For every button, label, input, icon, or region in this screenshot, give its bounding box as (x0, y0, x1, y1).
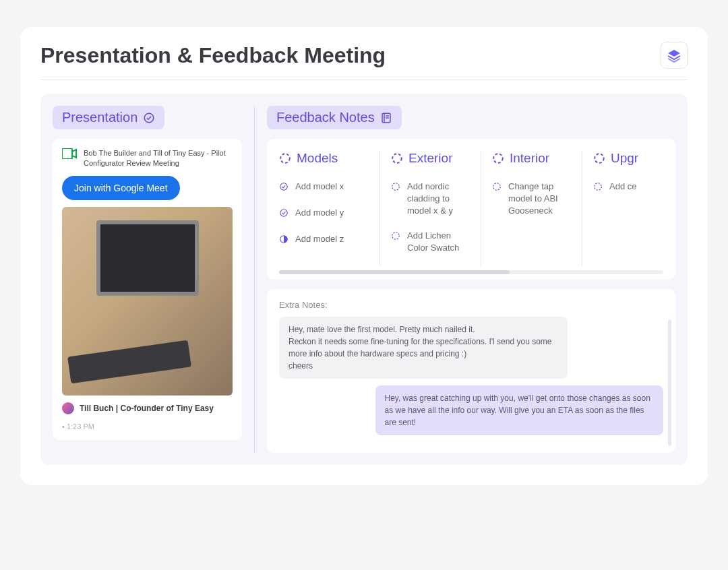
svg-rect-1 (62, 148, 72, 159)
svg-point-8 (280, 210, 288, 217)
dashed-circle-icon (593, 181, 603, 195)
task-text: Change tap model to ABI Gooseneck (508, 181, 571, 218)
column-header: Interior (492, 151, 571, 166)
dashed-circle-icon (492, 152, 504, 164)
svg-point-10 (392, 154, 402, 163)
notes-icon (380, 112, 392, 124)
dashed-circle-icon (279, 152, 291, 164)
meeting-header: Bob The Builder and Till of Tiny Easy - … (62, 148, 233, 169)
pill-label: Feedback Notes (276, 110, 375, 125)
column-header: Upgr (593, 151, 673, 166)
main-card: Presentation & Feedback Meeting Presenta… (20, 27, 708, 485)
feedback-column: Feedback Notes ModelsAdd model xAdd mode… (255, 106, 675, 453)
column-header: Models (279, 151, 369, 166)
presentation-pill: Presentation (53, 106, 164, 129)
kanban-column: ExteriorAdd nordic cladding to model x &… (380, 151, 481, 266)
app-icon-button[interactable] (661, 42, 688, 69)
author-row: Till Buch | Co-founder of Tiny Easy (62, 402, 233, 414)
stack-icon (666, 47, 682, 63)
check-circle-icon (279, 181, 289, 195)
task-text: Add model z (295, 233, 344, 245)
task-item[interactable]: Add nordic cladding to model x & y (391, 181, 470, 218)
author-name: Till Buch | Co-founder of Tiny Easy (80, 404, 214, 413)
main-panel: Presentation Bob The Builder and Till of… (40, 94, 688, 465)
dashed-circle-icon (391, 152, 403, 164)
dashed-circle-icon (492, 181, 502, 195)
presentation-column: Presentation Bob The Builder and Till of… (53, 106, 255, 453)
message-outgoing: Hey, was great catching up with you, we'… (375, 385, 664, 435)
task-text: Add model y (295, 207, 344, 219)
dashed-circle-icon (391, 230, 400, 244)
pill-label: Presentation (62, 110, 138, 125)
task-item[interactable]: Add model y (279, 207, 369, 221)
task-text: Add ce (609, 181, 636, 193)
meeting-preview-image (62, 207, 233, 395)
svg-point-12 (392, 232, 400, 239)
horizontal-scrollbar[interactable] (279, 270, 663, 274)
task-item[interactable]: Add model x (279, 181, 369, 195)
kanban-column: ModelsAdd model xAdd model yAdd model z (279, 151, 380, 266)
vertical-scrollbar[interactable] (668, 319, 671, 446)
svg-point-16 (595, 183, 602, 191)
message-incoming: Hey, mate love the first model. Pretty m… (279, 317, 568, 379)
task-text: Add Lichen Color Swatch (407, 230, 470, 254)
column-title: Exterior (408, 151, 452, 166)
task-text: Add nordic cladding to model x & y (407, 181, 470, 218)
messages-list: Hey, mate love the first model. Pretty m… (279, 317, 663, 435)
column-title: Upgr (611, 151, 638, 166)
dashed-circle-icon (391, 181, 400, 195)
dashed-circle-icon (593, 152, 605, 164)
svg-point-15 (595, 154, 604, 163)
check-circle-icon (279, 207, 289, 221)
video-camera-icon (62, 148, 77, 159)
notes-label: Extra Notes: (279, 300, 663, 310)
join-meet-button[interactable]: Join with Google Meet (62, 176, 180, 200)
kanban-board: ModelsAdd model xAdd model yAdd model zE… (267, 139, 675, 280)
half-circle-icon (279, 233, 289, 247)
svg-point-14 (493, 183, 501, 191)
page-title: Presentation & Feedback Meeting (40, 43, 386, 68)
task-item[interactable]: Add model z (279, 233, 369, 247)
notes-card: Extra Notes: Hey, mate love the first mo… (267, 289, 675, 453)
svg-point-0 (145, 113, 154, 123)
svg-point-13 (493, 154, 503, 163)
meeting-card: Bob The Builder and Till of Tiny Easy - … (53, 139, 242, 440)
task-text: Add model x (295, 181, 344, 193)
task-item[interactable]: Change tap model to ABI Gooseneck (492, 181, 571, 218)
kanban-column: UpgrAdd ce (582, 151, 675, 266)
timestamp: 1:23 PM (62, 422, 233, 431)
task-item[interactable]: Add Lichen Color Swatch (391, 230, 470, 254)
column-title: Interior (510, 151, 549, 166)
column-title: Models (297, 151, 338, 166)
header: Presentation & Feedback Meeting (40, 42, 688, 80)
check-circle-icon (143, 112, 155, 124)
task-item[interactable]: Add ce (593, 181, 673, 195)
svg-point-7 (280, 183, 288, 191)
kanban-column: InteriorChange tap model to ABI Goosenec… (481, 151, 582, 266)
svg-point-6 (280, 154, 290, 163)
kanban-columns[interactable]: ModelsAdd model xAdd model yAdd model zE… (279, 151, 663, 266)
column-header: Exterior (391, 151, 470, 166)
svg-point-11 (392, 183, 400, 191)
meeting-title: Bob The Builder and Till of Tiny Easy - … (84, 148, 233, 169)
avatar (62, 402, 74, 414)
feedback-pill: Feedback Notes (267, 106, 402, 129)
